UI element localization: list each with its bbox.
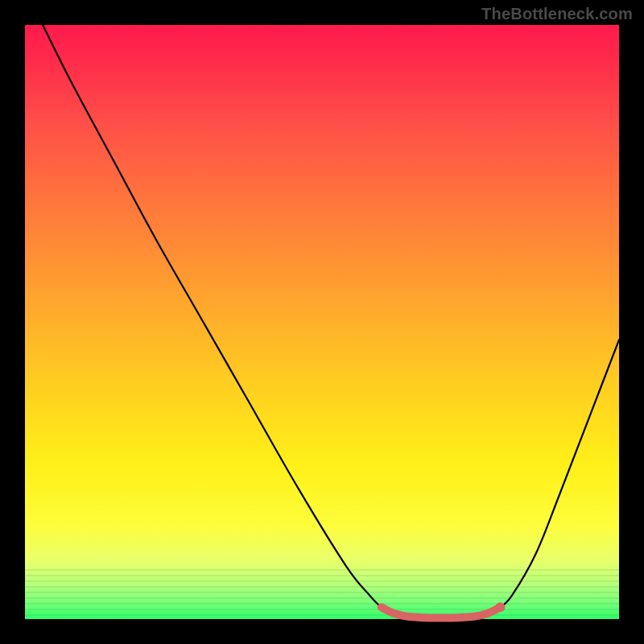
optimal-range-end-marker [495,602,505,612]
bottleneck-curve [43,25,619,618]
attribution-watermark: TheBottleneck.com [481,5,633,23]
optimal-range-highlight [382,607,501,617]
bottleneck-curve-svg [25,25,619,619]
